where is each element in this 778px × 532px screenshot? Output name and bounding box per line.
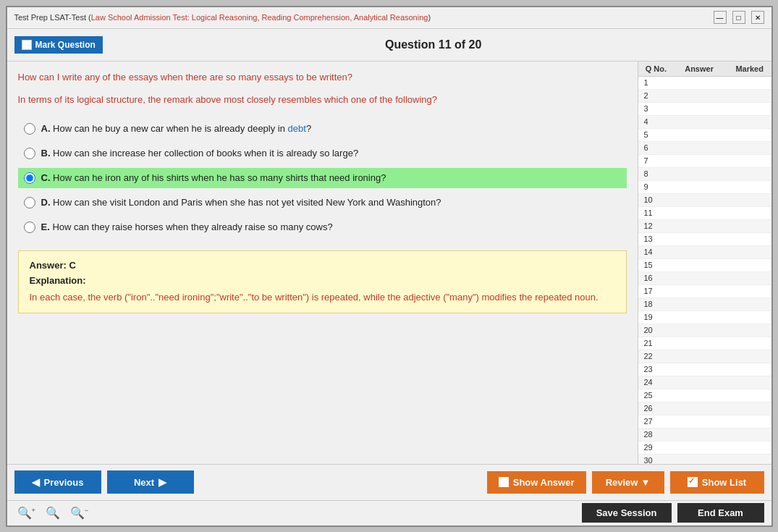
table-row[interactable]: 7 — [638, 155, 771, 168]
title-bar: Test Prep LSAT-Test (Law School Admissio… — [7, 7, 771, 29]
zoom-in-button[interactable]: 🔍+ — [14, 504, 38, 521]
choice-c[interactable]: C. How can he iron any of his shirts whe… — [18, 168, 627, 188]
table-row[interactable]: 16 — [638, 272, 771, 285]
review-label: Review — [606, 477, 638, 488]
zoom-out-button[interactable]: 🔍− — [67, 504, 91, 521]
zoom-reset-button[interactable]: 🔍 — [43, 504, 63, 521]
sidebar-header-qno: Q No. — [638, 64, 671, 73]
table-row[interactable]: 26 — [638, 402, 771, 415]
review-button[interactable]: Review ▼ — [592, 471, 664, 494]
sidebar-row-qno: 30 — [638, 456, 671, 464]
table-row[interactable]: 29 — [638, 442, 771, 455]
sidebar-row-qno: 18 — [638, 300, 671, 308]
table-row[interactable]: 1 — [638, 77, 771, 90]
table-row[interactable]: 21 — [638, 337, 771, 350]
show-list-button[interactable]: Show List — [670, 471, 764, 494]
sidebar-row-qno: 5 — [638, 130, 671, 139]
sidebar-row-qno: 11 — [638, 208, 671, 217]
sidebar-row-qno: 28 — [638, 430, 671, 439]
next-button[interactable]: Next ▶ — [107, 470, 194, 494]
save-session-button[interactable]: Save Session — [582, 503, 672, 523]
sidebar-header-answer: Answer — [670, 64, 728, 73]
table-row[interactable]: 11 — [638, 207, 771, 220]
sidebar-row-qno: 27 — [638, 417, 671, 426]
question-stem: How can I write any of the essays when t… — [18, 70, 627, 85]
mark-question-label: Mark Question — [35, 40, 96, 50]
table-row[interactable]: 2 — [638, 90, 771, 103]
table-row[interactable]: 28 — [638, 428, 771, 442]
sidebar-row-qno: 2 — [638, 91, 671, 100]
table-row[interactable]: 19 — [638, 311, 771, 324]
choice-b[interactable]: B. How can she increase her collection o… — [18, 143, 627, 164]
question-instruction: In terms of its logical structure, the r… — [18, 93, 627, 107]
choice-e-radio[interactable] — [24, 221, 35, 233]
choice-a-radio[interactable] — [24, 123, 35, 135]
sidebar-row-qno: 10 — [638, 195, 671, 204]
question-title: Question 11 of 20 — [103, 38, 764, 51]
table-row[interactable]: 23 — [638, 363, 771, 376]
table-row[interactable]: 18 — [638, 298, 771, 311]
title-plain: Test Prep LSAT-Test ( — [14, 13, 91, 22]
table-row[interactable]: 25 — [638, 389, 771, 402]
choice-b-radio[interactable] — [24, 148, 35, 159]
table-row[interactable]: 3 — [638, 103, 771, 116]
table-row[interactable]: 4 — [638, 116, 771, 129]
sidebar-row-qno: 26 — [638, 404, 671, 413]
choice-a[interactable]: A. How can he buy a new car when he is a… — [18, 119, 627, 139]
sidebar-row-qno: 17 — [638, 287, 671, 295]
content-area: How can I write any of the essays when t… — [7, 62, 771, 464]
answer-box: Answer: C Explanation: In each case, the… — [18, 250, 627, 314]
end-exam-button[interactable]: End Exam — [677, 503, 764, 523]
main-window: Test Prep LSAT-Test (Law School Admissio… — [6, 6, 773, 527]
table-row[interactable]: 10 — [638, 194, 771, 207]
window-controls: — □ ✕ — [714, 11, 764, 24]
previous-button[interactable]: ◀ Previous — [14, 470, 101, 494]
review-arrow-icon: ▼ — [640, 477, 650, 488]
choice-d-radio[interactable] — [24, 197, 35, 208]
minimize-button[interactable]: — — [714, 11, 727, 24]
choice-e[interactable]: E. How can they raise horses when they a… — [18, 217, 627, 237]
sidebar-row-qno: 22 — [638, 352, 671, 360]
sidebar-row-qno: 24 — [638, 378, 671, 387]
previous-arrow-icon: ◀ — [32, 476, 40, 488]
choices-list: A. How can he buy a new car when he is a… — [18, 119, 627, 237]
sidebar-row-qno: 29 — [638, 443, 671, 452]
table-row[interactable]: 15 — [638, 259, 771, 272]
table-row[interactable]: 6 — [638, 142, 771, 155]
table-row[interactable]: 12 — [638, 220, 771, 233]
table-row[interactable]: 8 — [638, 168, 771, 181]
mark-question-button[interactable]: Mark Question — [14, 36, 103, 54]
sidebar: Q No. Answer Marked 1 2 3 4 5 6 — [638, 62, 771, 464]
table-row[interactable]: 5 — [638, 129, 771, 142]
table-row[interactable]: 22 — [638, 350, 771, 363]
choice-c-radio[interactable] — [24, 172, 35, 184]
title-bar-text: Test Prep LSAT-Test (Law School Admissio… — [14, 13, 431, 22]
table-row[interactable]: 14 — [638, 246, 771, 259]
sidebar-row-qno: 25 — [638, 391, 671, 400]
sidebar-row-qno: 7 — [638, 156, 671, 165]
zoom-bar: 🔍+ 🔍 🔍− Save Session End Exam — [7, 500, 771, 525]
table-row[interactable]: 30 — [638, 455, 771, 464]
maximize-button[interactable]: □ — [732, 11, 745, 24]
sidebar-row-qno: 20 — [638, 326, 671, 334]
close-button[interactable]: ✕ — [751, 11, 764, 24]
choice-d[interactable]: D. How can she visit London and Paris wh… — [18, 193, 627, 213]
title-highlight: Law School Admission Test: Logical Reaso… — [91, 13, 428, 22]
table-row[interactable]: 13 — [638, 233, 771, 246]
sidebar-row-qno: 8 — [638, 169, 671, 178]
show-list-label: Show List — [702, 477, 746, 488]
show-answer-button[interactable]: Show Answer — [487, 471, 586, 494]
sidebar-row-qno: 14 — [638, 248, 671, 256]
sidebar-rows: 1 2 3 4 5 6 7 8 — [638, 77, 771, 464]
sidebar-row-qno: 16 — [638, 274, 671, 282]
sidebar-row-qno: 15 — [638, 261, 671, 269]
table-row[interactable]: 9 — [638, 181, 771, 194]
zoom-right-controls: Save Session End Exam — [582, 503, 764, 523]
table-row[interactable]: 20 — [638, 324, 771, 337]
sidebar-row-qno: 23 — [638, 365, 671, 373]
table-row[interactable]: 17 — [638, 285, 771, 298]
table-row[interactable]: 24 — [638, 376, 771, 389]
choice-c-text: C. How can he iron any of his shirts whe… — [41, 172, 386, 183]
answer-label: Answer: C — [30, 260, 615, 271]
table-row[interactable]: 27 — [638, 415, 771, 428]
